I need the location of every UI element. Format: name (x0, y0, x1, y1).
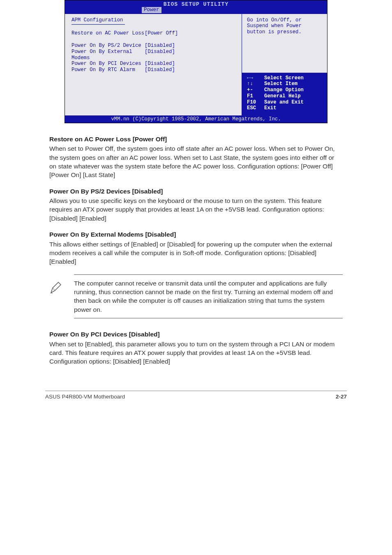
nav-key-leftright-icon: ←→ (247, 75, 264, 81)
setting-label: Power On By PCI Devices (71, 61, 145, 67)
pencil-note-icon (48, 281, 63, 295)
setting-row[interactable]: Power On By RTC Alarm [Disabled] (71, 67, 238, 73)
setting-label: Power On By RTC Alarm (71, 67, 145, 73)
nav-action: Change Option (264, 87, 304, 93)
bios-body: APM Configuration Restore on AC Power Lo… (65, 14, 327, 116)
nav-row: F1 General Help (247, 93, 322, 99)
section-heading: APM Configuration (71, 17, 238, 23)
bios-right-pane: Go into On/Off, or Suspend when Power bu… (242, 14, 327, 116)
nav-action: General Help (264, 93, 301, 99)
setting-value: [Disabled] (145, 61, 175, 67)
nav-key-updown-icon: ↑↓ (247, 81, 264, 87)
paragraph: Allows you to use specific keys on the k… (49, 196, 343, 223)
setting-row[interactable]: Power On By External Modems [Disabled] (71, 49, 238, 61)
heading-pci: Power On By PCI Devices [Disabled] (49, 330, 343, 339)
setting-row[interactable]: Restore on AC Power Loss [Power Off] (71, 30, 238, 37)
footer-page-number: 2-27 (336, 394, 347, 400)
setting-row[interactable]: Power On By PS/2 Device [Disabled] (71, 43, 238, 49)
bios-left-pane: APM Configuration Restore on AC Power Lo… (65, 14, 242, 116)
help-text: Go into On/Off, or Suspend when Power bu… (247, 17, 322, 35)
nav-key-esc: ESC (247, 105, 264, 111)
nav-action: Select Item (264, 81, 297, 87)
nav-row: ←→ Select Screen (247, 75, 322, 81)
nav-action: Save and Exit (264, 99, 304, 106)
setting-value: [Disabled] (145, 49, 175, 61)
setting-row[interactable]: Power On By PCI Devices [Disabled] (71, 61, 238, 67)
note-block: The computer cannot receive or transmit … (74, 274, 343, 319)
bios-window: BIOS SETUP UTILITY Power APM Configurati… (65, 0, 327, 123)
setting-label: Power On By PS/2 Device (71, 43, 145, 49)
heading-ext-modems: Power On By External Modems [Disabled] (49, 230, 343, 239)
nav-row: F10 Save and Exit (247, 99, 322, 106)
page-footer: ASUS P4R800-VM Motherboard 2-27 (45, 391, 347, 400)
nav-key-f1: F1 (247, 93, 264, 99)
nav-action: Select Screen (264, 75, 304, 81)
heading-ps2: Power On By PS/2 Devices [Disabled] (49, 187, 343, 196)
bios-footer: vMM.nn (C)Copyright 1985-2002, American … (65, 115, 327, 123)
nav-action: Exit (264, 105, 277, 111)
paragraph: This allows either settings of [Enabled]… (49, 240, 343, 266)
setting-value: [Disabled] (145, 67, 175, 73)
nav-key-plusminus: +- (247, 87, 264, 93)
tab-power[interactable]: Power (142, 7, 161, 13)
setting-value: [Disabled] (145, 43, 175, 49)
paragraph: When set to Power Off, the system goes i… (49, 144, 343, 180)
setting-label: Power On By External Modems (71, 49, 145, 61)
nav-row: ESC Exit (247, 105, 322, 111)
nav-key-f10: F10 (247, 99, 264, 106)
nav-help-block: ←→ Select Screen ↑↓ Select Item +- Chang… (242, 73, 327, 116)
setting-label: Restore on AC Power Loss (71, 30, 145, 37)
nav-row: ↑↓ Select Item (247, 81, 322, 87)
setting-value: [Power Off] (145, 30, 178, 37)
note-text: The computer cannot receive or transmit … (74, 280, 333, 313)
bios-tab-row: Power (65, 7, 327, 14)
paragraph: When set to [Enabled], this parameter al… (49, 340, 343, 366)
nav-row: +- Change Option (247, 87, 322, 93)
heading-restore-ac: Restore on AC Power Loss [Power Off] (49, 135, 343, 143)
footer-product: ASUS P4R800-VM Motherboard (45, 394, 125, 400)
section-underline (71, 24, 125, 25)
